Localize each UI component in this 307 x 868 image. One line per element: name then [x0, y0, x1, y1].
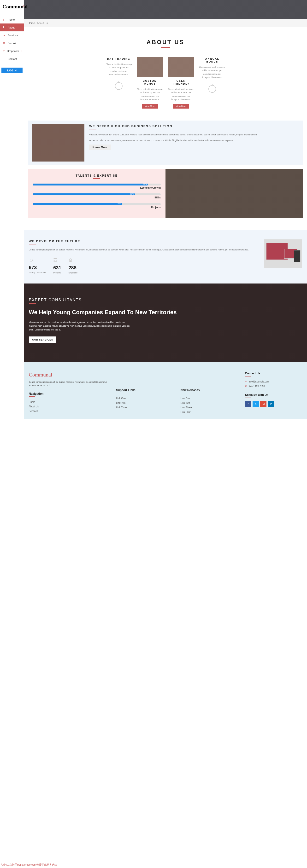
stat-icon: ⚙ — [68, 257, 78, 263]
svg-point-2 — [209, 85, 216, 93]
stat-label: Happy Customers — [29, 271, 46, 274]
nav-icon: ✚ — [3, 50, 5, 53]
feature-image — [137, 57, 163, 77]
footer-logo[interactable]: Communal — [29, 372, 109, 378]
feature-svg-icon — [206, 83, 218, 95]
nav-item-home[interactable]: ⌂Home — [0, 16, 24, 24]
nav-icon: ▲ — [3, 34, 6, 37]
features-row: DAY TRADINGClass aptent taciti sociosqu … — [28, 57, 303, 108]
nav-label: About — [8, 26, 15, 29]
stat-label: Projects — [53, 272, 61, 274]
solution-text-2: Donec mi nulla, auctor nec sem a, ornare… — [89, 139, 299, 142]
feature-title: USER FRIENDLY — [168, 79, 194, 85]
footer-link[interactable]: Home — [29, 400, 109, 404]
skill-track — [33, 193, 161, 195]
brand-logo[interactable]: Communal — [0, 0, 24, 13]
footer-releases-col: New Releases Link OneLink TwoLink ThreeL… — [180, 372, 238, 414]
footer-link[interactable]: About Us — [29, 404, 109, 409]
stat-icon: ☺ — [29, 257, 46, 263]
feature-title: ANNUAL BONUS — [199, 57, 225, 63]
nav-icon: ⌂ — [3, 18, 6, 21]
skill-fill — [33, 203, 122, 205]
nav-icon: ℹ — [3, 26, 6, 29]
footer-underline — [116, 393, 122, 393]
footer-link[interactable]: Link One — [116, 396, 173, 401]
feature-text: Class aptent taciti sociosqu ad litora t… — [106, 63, 132, 76]
solution-wrap: WE OFFER HIGH END BUSINESS SOLUTION Vest… — [24, 121, 307, 230]
nav-item-dropdown[interactable]: ✚Dropdown› — [0, 47, 24, 55]
footer-link[interactable]: Link Four — [180, 410, 238, 414]
hero-banner — [24, 0, 307, 19]
feature-card: USER FRIENDLYClass aptent taciti sociosq… — [168, 57, 194, 108]
talents-image — [166, 169, 303, 218]
twitter-icon[interactable]: 𝕏 — [253, 401, 259, 407]
skill-label: Skills — [33, 196, 161, 199]
solution-title: WE OFFER HIGH END BUSINESS SOLUTION — [89, 124, 299, 128]
solution-underline — [89, 129, 96, 129]
develop-underline — [29, 244, 36, 244]
stat-icon: ☲ — [53, 257, 61, 263]
nav-item-about[interactable]: ℹAbout — [0, 24, 24, 31]
feature-text: Class aptent taciti sociosqu ad litora t… — [199, 65, 225, 79]
svg-point-0 — [115, 83, 122, 90]
feature-card: DAY TRADINGClass aptent taciti sociosqu … — [106, 57, 132, 108]
skill-fill — [33, 184, 148, 185]
develop-devices-image — [264, 239, 302, 268]
footer-link[interactable]: Link Two — [116, 401, 173, 405]
skill-fill — [33, 193, 135, 195]
login-button[interactable]: LOGIN — [1, 68, 23, 73]
skill-bar: Skills — [33, 193, 161, 199]
footer-link[interactable]: Link Two — [180, 401, 238, 405]
solution-content: WE OFFER HIGH END BUSINESS SOLUTION Vest… — [89, 124, 299, 161]
skill-bar: Economic Growth — [33, 184, 161, 189]
know-more-button[interactable]: Know More — [89, 145, 111, 150]
footer-underline — [180, 393, 187, 393]
view-more-button[interactable]: View More — [173, 104, 189, 108]
nav-item-services[interactable]: ▲Services — [0, 31, 24, 39]
footer-link[interactable]: Link One — [180, 396, 238, 401]
footer-link[interactable]: Services — [29, 409, 109, 413]
about-title: ABOUT US — [28, 39, 303, 45]
nav-item-portfolio[interactable]: ▦Portfolio — [0, 39, 24, 47]
stat-number: 673 — [29, 265, 46, 270]
solution-section: WE OFFER HIGH END BUSINESS SOLUTION Vest… — [28, 121, 303, 165]
talents-title: TALENTS & EXPERTISE — [33, 174, 161, 177]
nav-label: Home — [8, 18, 15, 21]
view-more-button[interactable]: View More — [142, 104, 158, 108]
develop-section: WE DEVELOP THE FUTURE Donec consequat sa… — [24, 230, 307, 283]
our-services-button[interactable]: OUR SERVICES — [29, 337, 56, 343]
footer-social-heading: Socialize with Us — [245, 393, 302, 397]
nav-label: Portfolio — [8, 42, 17, 44]
contact-phone[interactable]: ✆+456 123 7890 — [245, 384, 302, 389]
feature-title: DAY TRADING — [106, 57, 132, 60]
phone-icon: ✆ — [245, 385, 247, 388]
footer-nav-links: HomeAbout UsServices — [29, 400, 109, 413]
nav-label: Services — [8, 34, 18, 37]
footer-link[interactable]: Link Three — [116, 405, 173, 410]
footer-releases-heading: New Releases — [180, 389, 238, 392]
menu-toggle-icon[interactable]: ≡ — [23, 4, 25, 8]
social-icons: f 𝕏 G+ in — [245, 401, 302, 407]
nav-label: Contact — [8, 58, 17, 60]
stat-item: ☲631Projects — [53, 257, 61, 274]
nav-icon: ▦ — [3, 41, 6, 44]
nav-item-contact[interactable]: ◫Contact — [0, 55, 24, 63]
linkedin-icon[interactable]: in — [268, 401, 274, 407]
mail-icon: ✉ — [245, 380, 247, 383]
footer-link[interactable]: Link Three — [180, 405, 238, 410]
footer-releases-links: Link OneLink TwoLink ThreeLink Four — [180, 396, 238, 414]
nav-icon: ◫ — [3, 57, 6, 60]
consultants-text: Aliquam ac est vel nisl condimentum inte… — [29, 321, 130, 332]
skill-track — [33, 203, 161, 205]
google-plus-icon[interactable]: G+ — [260, 401, 267, 407]
develop-title: WE DEVELOP THE FUTURE — [29, 239, 259, 243]
main-content: Home / About Us ABOUT US DAY TRADINGClas… — [24, 0, 307, 419]
contact-email[interactable]: ✉info@example.com — [245, 379, 302, 384]
skill-track — [33, 184, 161, 185]
facebook-icon[interactable]: f — [245, 401, 251, 407]
footer-about-text: Donec consequat sapien ut leo cursus rho… — [29, 380, 109, 387]
stat-item: ☺673Happy Customers — [29, 257, 46, 274]
talents-section: TALENTS & EXPERTISE Economic GrowthSkill… — [28, 169, 303, 218]
feature-text: Class aptent taciti sociosqu ad litora t… — [137, 88, 163, 101]
breadcrumb-home[interactable]: Home — [28, 22, 35, 25]
